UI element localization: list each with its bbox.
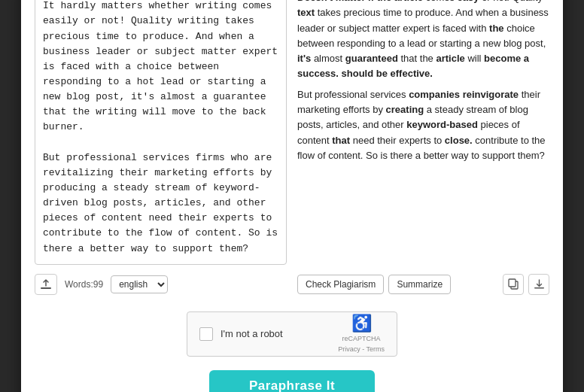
output-text-area: Doesn't matter if the article comes easy… <box>297 0 549 265</box>
svg-rect-2 <box>509 279 516 287</box>
download-button[interactable] <box>528 274 549 295</box>
svg-rect-0 <box>41 287 51 289</box>
captcha-box: I'm not a robot ♿ reCAPTCHA Privacy - Te… <box>187 311 397 357</box>
captcha-left: I'm not a robot <box>199 327 283 341</box>
captcha-right: ♿ reCAPTCHA Privacy - Terms <box>338 314 385 354</box>
main-card: It hardly matters whether writing comes … <box>21 0 563 392</box>
panels-container: It hardly matters whether writing comes … <box>35 0 549 298</box>
right-toolbar: Check Plagiarism Summarize <box>297 271 549 298</box>
left-panel: It hardly matters whether writing comes … <box>35 0 287 298</box>
paraphrase-section: Paraphrase It <box>35 370 549 392</box>
recaptcha-icon: ♿ <box>351 314 372 333</box>
download-icon <box>534 278 545 290</box>
language-select[interactable]: english spanish french german <box>111 275 168 293</box>
input-text-area[interactable]: It hardly matters whether writing comes … <box>35 0 287 265</box>
check-plagiarism-button[interactable]: Check Plagiarism <box>297 275 384 294</box>
captcha-checkbox[interactable] <box>199 327 213 341</box>
right-panel: Doesn't matter if the article comes easy… <box>297 0 549 298</box>
right-icon-buttons <box>503 274 549 295</box>
upload-icon <box>40 278 52 290</box>
upload-button[interactable] <box>35 274 57 295</box>
captcha-label: I'm not a robot <box>221 328 283 339</box>
left-toolbar: Words:99 english spanish french german <box>35 271 287 298</box>
summarize-button[interactable]: Summarize <box>388 275 451 294</box>
paraphrase-button[interactable]: Paraphrase It <box>209 370 375 392</box>
copy-icon <box>508 278 519 290</box>
recaptcha-sub: Privacy - Terms <box>338 345 385 354</box>
svg-rect-3 <box>534 287 544 289</box>
action-buttons: Check Plagiarism Summarize <box>297 275 451 294</box>
captcha-section: I'm not a robot ♿ reCAPTCHA Privacy - Te… <box>35 307 549 361</box>
recaptcha-brand: reCAPTCHA <box>342 335 381 344</box>
word-count-display: Words:99 <box>65 279 103 290</box>
copy-button[interactable] <box>503 274 524 295</box>
